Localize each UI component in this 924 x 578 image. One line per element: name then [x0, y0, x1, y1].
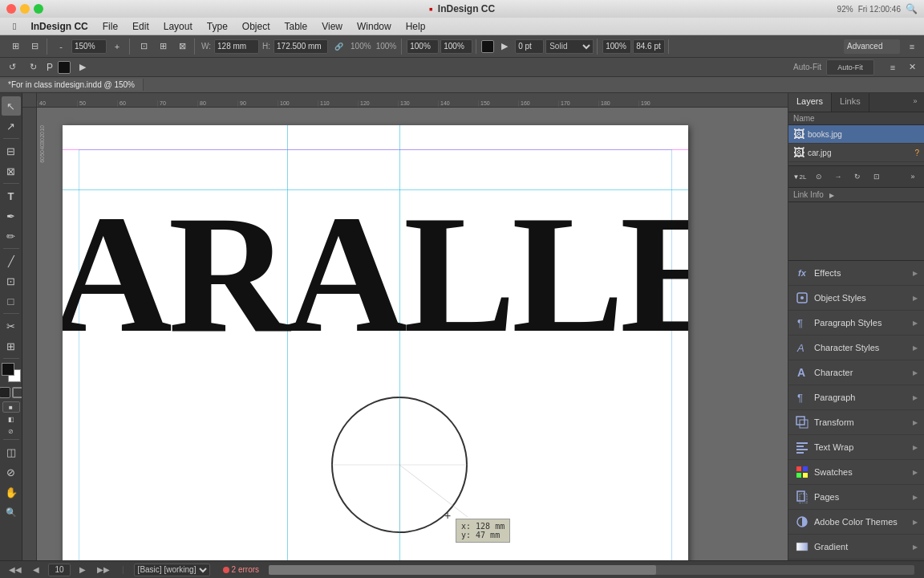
- page-tool-btn[interactable]: ⊟: [2, 141, 21, 161]
- menu-object[interactable]: Object: [236, 19, 277, 34]
- scissors-tool-btn[interactable]: ✂: [2, 316, 21, 336]
- tab-links[interactable]: Links: [832, 93, 869, 112]
- panel-item-swatches[interactable]: Swatches ▶: [788, 460, 924, 485]
- secondary-toolbar: ↺ ↻ P ▶ Auto-Fit Auto-Fit ≡ ✕: [0, 58, 924, 77]
- next-btn[interactable]: ▶: [77, 564, 88, 575]
- close-button[interactable]: [6, 4, 16, 14]
- panel-item-transform[interactable]: Transform ▶: [788, 410, 924, 435]
- panel-item-adobe-color-themes[interactable]: Adobe Color Themes ▶: [788, 510, 924, 535]
- menu-edit[interactable]: Edit: [126, 19, 156, 34]
- link-row-books[interactable]: 🖼 books.jpg: [788, 125, 924, 144]
- maximize-button[interactable]: [34, 4, 43, 14]
- frame-btn[interactable]: ⊞: [154, 39, 172, 55]
- panel-item-gradient[interactable]: Gradient ▶: [788, 535, 924, 560]
- menu-file[interactable]: File: [96, 19, 124, 34]
- rect-tool-btn[interactable]: □: [2, 291, 21, 311]
- panel-toggle-btn[interactable]: ≡: [903, 39, 921, 55]
- free-transform-tool-btn[interactable]: ⊞: [2, 336, 21, 356]
- doc-tab-active[interactable]: *For in class indesign.indd @ 150%: [0, 79, 144, 91]
- gap-tool-btn[interactable]: ⊠: [2, 161, 21, 181]
- pen-tool-btn[interactable]: ✒: [2, 206, 21, 226]
- panel-item-character[interactable]: A Character ▶: [788, 360, 924, 385]
- fill-indicator-btn[interactable]: [0, 387, 10, 398]
- foreground-color-swatch[interactable]: [2, 363, 14, 376]
- auto-fit-btn[interactable]: Auto-Fit: [826, 59, 874, 75]
- menu-indesign[interactable]: InDesign CC: [24, 19, 94, 34]
- none-apply-btn[interactable]: ⊘: [2, 425, 20, 437]
- panel-item-object-styles[interactable]: Object Styles ▶: [788, 286, 924, 311]
- tool-separator-1: [3, 138, 19, 139]
- type-tool-btn[interactable]: T: [2, 186, 21, 206]
- zoom-out-btn[interactable]: -: [52, 39, 70, 55]
- menu-view[interactable]: View: [315, 19, 349, 34]
- stroke-arrow-btn[interactable]: ▶: [496, 39, 513, 55]
- h-input[interactable]: [274, 39, 328, 54]
- line-tool-btn[interactable]: ╱: [2, 251, 21, 271]
- fill-color-btn[interactable]: [58, 61, 71, 74]
- transform-btn-2[interactable]: ⊟: [26, 39, 43, 55]
- fill-arrow-btn[interactable]: ▶: [74, 59, 91, 75]
- link-update-btn[interactable]: ↻: [849, 169, 866, 185]
- panel-item-effects[interactable]: fx Effects ▶: [788, 261, 924, 286]
- page-input[interactable]: [48, 564, 71, 576]
- panel-options-btn[interactable]: »: [906, 93, 924, 109]
- fill-opacity-input[interactable]: [602, 39, 631, 54]
- direct-select-tool-btn[interactable]: ↗: [2, 116, 21, 136]
- pencil-tool-btn[interactable]: ✏: [2, 226, 21, 246]
- next-page-btn[interactable]: ▶▶: [95, 564, 112, 575]
- link-goto-btn[interactable]: →: [829, 169, 847, 185]
- stroke-color-btn[interactable]: [481, 40, 494, 53]
- hand-tool-btn[interactable]: ✋: [2, 482, 21, 502]
- panel-item-pages[interactable]: Pages ▶: [788, 485, 924, 510]
- stroke-opacity-input[interactable]: [633, 39, 665, 54]
- link-nav-prev-btn[interactable]: ▼2L: [791, 169, 808, 185]
- menu-window[interactable]: Window: [351, 19, 398, 34]
- mode-select[interactable]: [Basic] [working]: [134, 564, 210, 576]
- stroke-indicator-btn[interactable]: [12, 387, 23, 398]
- grid-btn[interactable]: ⊠: [173, 39, 191, 55]
- prev-btn[interactable]: ◀: [30, 564, 42, 575]
- transform-btn-1[interactable]: ⊞: [6, 39, 24, 55]
- w-input[interactable]: [214, 39, 259, 54]
- layout-name-input[interactable]: [844, 39, 900, 54]
- select-tool-btn[interactable]: ↖: [2, 96, 21, 116]
- y-input[interactable]: [440, 39, 472, 54]
- x-input[interactable]: [407, 39, 439, 54]
- rotate-ccw-btn[interactable]: ↺: [3, 59, 21, 75]
- links-options-btn[interactable]: »: [904, 169, 922, 185]
- menu-type[interactable]: Type: [201, 19, 234, 34]
- menu-apple[interactable]: : [6, 19, 22, 34]
- tab-layers[interactable]: Layers: [788, 93, 832, 112]
- panel-item-character-styles[interactable]: A Character Styles ▶: [788, 336, 924, 360]
- link-row-car[interactable]: 🖼 car.jpg ?: [788, 144, 924, 162]
- stroke-style-select[interactable]: Solid: [545, 39, 594, 54]
- canvas-area[interactable]: 40 50 60 70 80 90 100 110 120 130 140 15…: [22, 93, 788, 560]
- menu-layout[interactable]: Layout: [157, 19, 199, 34]
- menu-table[interactable]: Table: [278, 19, 314, 34]
- gradient-apply-btn[interactable]: ◧: [2, 413, 20, 425]
- rect-frame-tool-btn[interactable]: ⊡: [2, 271, 21, 291]
- panel-item-stroke[interactable]: Stroke ▶: [788, 560, 924, 560]
- lock-proportions-btn[interactable]: 🔗: [330, 39, 347, 55]
- prev-page-btn[interactable]: ◀◀: [6, 564, 24, 575]
- link-info-toggle[interactable]: Link Info ▶: [788, 188, 924, 202]
- more-options-btn[interactable]: ≡: [884, 59, 902, 75]
- link-relink-btn[interactable]: ⊙: [810, 169, 828, 185]
- panel-item-paragraph[interactable]: ¶ Paragraph ▶: [788, 385, 924, 410]
- eyedropper-btn[interactable]: ⊘: [2, 462, 21, 482]
- close-panel-btn[interactable]: ✕: [903, 59, 921, 75]
- menu-help[interactable]: Help: [399, 19, 432, 34]
- rotate-cw-btn[interactable]: ↻: [24, 59, 42, 75]
- panel-item-text-wrap[interactable]: Text Wrap ▶: [788, 435, 924, 460]
- normal-apply-btn[interactable]: ■: [2, 401, 20, 413]
- preflight-errors[interactable]: 2 errors: [223, 565, 259, 574]
- minimize-button[interactable]: [20, 4, 30, 14]
- zoom-in-btn[interactable]: +: [108, 39, 126, 55]
- panel-item-paragraph-styles[interactable]: ¶ Paragraph Styles ▶: [788, 311, 924, 336]
- zoom-tool-btn[interactable]: 🔍: [2, 503, 21, 522]
- zoom-input[interactable]: [71, 39, 107, 54]
- stroke-weight-input[interactable]: [515, 39, 544, 54]
- view-mode-btn[interactable]: ⊡: [135, 39, 152, 55]
- link-unembed-btn[interactable]: ⊡: [868, 169, 886, 185]
- gradient-feather-btn[interactable]: ◫: [2, 442, 21, 462]
